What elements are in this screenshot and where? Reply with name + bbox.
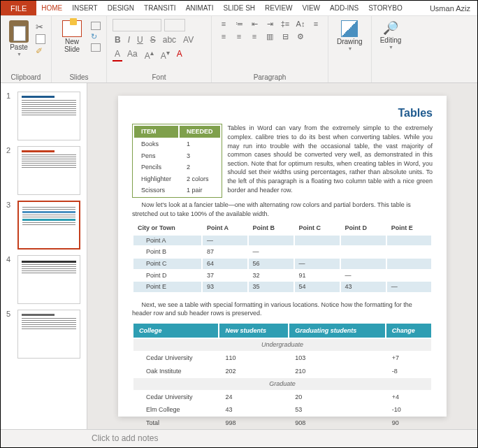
thumb-num-1: 1 xyxy=(6,92,13,100)
layout-icon[interactable] xyxy=(91,22,101,30)
shrink-font-button[interactable]: A▾ xyxy=(159,48,172,62)
bullets-button[interactable]: ≡ xyxy=(217,19,230,29)
thumb-num-3: 3 xyxy=(6,201,13,209)
tab-slideshow[interactable]: SLIDE SH xyxy=(218,1,260,15)
indent-inc-button[interactable]: ⇥ xyxy=(263,19,276,29)
reset-icon[interactable]: ↻ xyxy=(91,32,101,41)
format-painter-icon[interactable]: ✐ xyxy=(36,46,45,56)
group-font: B I U S abс AV A Aa A▴ A▾ A Font xyxy=(107,16,212,82)
ribbon: Paste ▼ ✂ ✐ Clipboard New Slide ↻ Slides xyxy=(1,16,477,83)
tab-view[interactable]: VIEW xyxy=(298,1,326,15)
change-case-button[interactable]: Aa xyxy=(125,48,140,62)
cut-icon[interactable]: ✂ xyxy=(36,22,45,32)
chevron-down-icon: ▼ xyxy=(17,52,22,57)
clear-format-button[interactable]: A xyxy=(175,48,184,62)
tab-home[interactable]: HOME xyxy=(36,1,67,15)
group-clipboard: Paste ▼ ✂ ✐ Clipboard xyxy=(1,16,52,82)
col-needed: NEEDED xyxy=(180,126,220,138)
new-slide-label: New Slide xyxy=(60,38,84,53)
paragraph-2: Now let's look at a fancier table—one wi… xyxy=(132,201,433,218)
paragraph-label: Paragraph xyxy=(217,72,322,81)
thumb-num-4: 4 xyxy=(6,255,13,263)
align-center-button[interactable]: ≡ xyxy=(217,31,230,41)
slide-canvas[interactable]: Tables ITEMNEEDED Books1 Pens3 Pencils2 … xyxy=(87,83,477,429)
align-right-button[interactable]: ≡ xyxy=(233,31,245,41)
find-icon: 🔎 xyxy=(383,20,398,36)
content-area: 1 2 3 4 5 Tables ITEMNEEDED Books1 Pens3… xyxy=(1,83,477,429)
strike-button[interactable]: S xyxy=(148,34,158,45)
shadow-button[interactable]: abс xyxy=(161,34,178,45)
font-size-combo[interactable] xyxy=(164,19,185,31)
chevron-down-icon: ▼ xyxy=(389,45,393,50)
chevron-down-icon: ▼ xyxy=(347,46,352,51)
group-paragraph: ≡ ≔ ⇤ ⇥ ‡≡ A↕ ≡ ≡ ≡ ≡ ▥ ⊟ ⚙ Paragraph xyxy=(212,16,328,82)
tab-animations[interactable]: ANIMATI xyxy=(181,1,219,15)
distance-table: City or TownPoint APoint BPoint CPoint D… xyxy=(132,221,433,294)
italic-button[interactable]: I xyxy=(126,34,132,45)
user-name[interactable]: Usman Aziz xyxy=(423,1,477,15)
spacing-button[interactable]: AV xyxy=(181,34,196,45)
copy-icon[interactable] xyxy=(36,34,45,44)
grow-font-button[interactable]: A▴ xyxy=(143,48,156,62)
editing-label: Editing xyxy=(380,36,402,44)
clipboard-label: Clipboard xyxy=(6,72,45,81)
thumb-num-2: 2 xyxy=(6,146,13,154)
group-editing: 🔎 Editing ▼ xyxy=(372,16,410,82)
text-direction-button[interactable]: A↕ xyxy=(294,19,307,29)
columns-button[interactable]: ▥ xyxy=(263,31,276,41)
tab-review[interactable]: REVIEW xyxy=(260,1,297,15)
bold-button[interactable]: B xyxy=(113,34,123,45)
slides-label: Slides xyxy=(57,72,101,81)
thumbnail-1[interactable] xyxy=(17,92,80,140)
drawing-button[interactable]: Drawing ▼ xyxy=(334,19,365,52)
font-color-button[interactable]: A xyxy=(113,48,122,62)
tab-addins[interactable]: ADD-INS xyxy=(325,1,363,15)
section-icon[interactable] xyxy=(91,43,101,52)
thumbnail-3[interactable] xyxy=(17,201,80,250)
tab-insert[interactable]: INSERT xyxy=(67,1,103,15)
group-slides: New Slide ↻ Slides xyxy=(52,16,107,82)
indent-dec-button[interactable]: ⇤ xyxy=(248,19,261,29)
font-label: Font xyxy=(113,72,205,81)
editing-button[interactable]: 🔎 Editing ▼ xyxy=(377,19,405,51)
tab-design[interactable]: DESIGN xyxy=(103,1,139,15)
thumbnail-4[interactable] xyxy=(17,255,80,304)
smartart-button[interactable]: ⚙ xyxy=(294,31,307,41)
paste-button[interactable]: Paste ▼ xyxy=(6,19,31,58)
title-bar: FILE HOME INSERT DESIGN TRANSITI ANIMATI… xyxy=(1,1,477,16)
paragraph-3: Next, we see a table with special format… xyxy=(132,301,433,318)
numbering-button[interactable]: ≔ xyxy=(233,19,245,29)
thumbnail-2[interactable] xyxy=(17,146,80,195)
align-left-button[interactable]: ≡ xyxy=(310,19,322,29)
college-table: CollegeNew studentsGraduating studentsCh… xyxy=(132,322,433,429)
paste-icon xyxy=(9,20,29,43)
thumb-num-5: 5 xyxy=(6,310,13,318)
group-drawing: Drawing ▼ xyxy=(328,16,372,82)
underline-button[interactable]: U xyxy=(135,34,145,45)
slide-content[interactable]: Tables ITEMNEEDED Books1 Pens3 Pencils2 … xyxy=(118,96,447,417)
col-item: ITEM xyxy=(134,126,178,138)
shapes-icon xyxy=(341,20,358,37)
line-spacing-button[interactable]: ‡≡ xyxy=(279,19,291,29)
new-slide-icon xyxy=(62,20,82,37)
supplies-table: ITEMNEEDED Books1 Pens3 Pencils2 Highlig… xyxy=(132,124,222,198)
notes-pane[interactable]: Click to add notes xyxy=(1,429,477,447)
tab-storyboard[interactable]: STORYBO xyxy=(363,1,407,15)
align-text-button[interactable]: ⊟ xyxy=(279,31,291,41)
paste-label: Paste xyxy=(10,43,28,51)
font-name-combo[interactable] xyxy=(113,19,161,31)
slide-thumbnails: 1 2 3 4 5 xyxy=(1,83,87,429)
menu-tabs: HOME INSERT DESIGN TRANSITI ANIMATI SLID… xyxy=(36,1,423,15)
file-tab[interactable]: FILE xyxy=(1,1,36,15)
new-slide-button[interactable]: New Slide xyxy=(57,19,87,55)
thumbnail-5[interactable] xyxy=(17,310,80,359)
justify-button[interactable]: ≡ xyxy=(248,31,261,41)
tab-transitions[interactable]: TRANSITI xyxy=(139,1,181,15)
drawing-label: Drawing xyxy=(337,38,363,45)
slide-title: Tables xyxy=(132,106,433,121)
